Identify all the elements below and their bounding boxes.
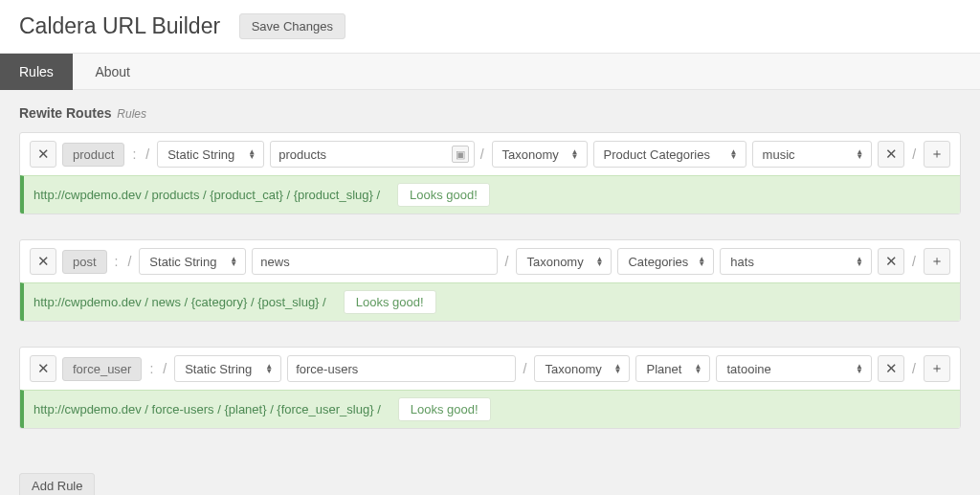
select-value: Static String	[185, 362, 252, 376]
updown-icon	[730, 149, 740, 159]
updown-icon	[694, 364, 703, 373]
page-title: Caldera URL Builder	[19, 13, 220, 39]
updown-icon	[613, 364, 623, 373]
plus-icon: ＋	[930, 360, 944, 377]
plus-icon: ＋	[930, 253, 944, 270]
preview-url: http://cwpdemo.dev / force-users / {plan…	[33, 402, 381, 416]
close-icon: ✕	[37, 146, 50, 163]
add-segment-button[interactable]: ＋	[924, 355, 950, 382]
add-segment-button[interactable]: ＋	[924, 141, 950, 168]
updown-icon	[265, 364, 275, 373]
segment-value-input[interactable]	[270, 141, 475, 168]
updown-icon	[856, 149, 865, 159]
status-badge: Looks good!	[398, 397, 491, 421]
separator-slash: /	[910, 254, 918, 269]
updown-icon	[571, 149, 581, 159]
preview-bar: http://cwpdemo.dev / force-users / {plan…	[20, 390, 960, 428]
close-icon: ✕	[885, 146, 898, 163]
section-subtitle: Rules	[117, 107, 146, 121]
remove-segment-button[interactable]: ✕	[878, 355, 904, 382]
segment-value-input[interactable]	[252, 248, 497, 275]
separator-slash: /	[125, 254, 133, 269]
close-icon: ✕	[37, 253, 50, 270]
select-value: music	[763, 147, 795, 162]
add-segment-button[interactable]: ＋	[924, 248, 950, 275]
rule-block: ✕ force_user : / Static String / Taxonom…	[19, 347, 961, 429]
preview-url: http://cwpdemo.dev / news / {category} /…	[33, 295, 326, 309]
segment-type-select[interactable]: Static String	[174, 355, 281, 382]
tab-about[interactable]: About	[76, 54, 149, 90]
remove-rule-button[interactable]: ✕	[30, 248, 56, 275]
taxonomy-select[interactable]: Product Categories	[593, 141, 746, 168]
separator-colon: :	[147, 361, 155, 376]
remove-rule-button[interactable]: ✕	[30, 141, 56, 168]
rule-row: ✕ post : / Static String / Taxonomy Cate…	[20, 240, 960, 282]
segment-type-select[interactable]: Taxonomy	[492, 141, 588, 168]
select-value: hats	[730, 255, 754, 269]
rule-tag: post	[62, 250, 107, 274]
segment-type-select[interactable]: Static String	[139, 248, 246, 275]
preview-url: http://cwpdemo.dev / products / {product…	[33, 188, 380, 202]
preview-bar: http://cwpdemo.dev / products / {product…	[20, 175, 960, 214]
rule-block: ✕ post : / Static String / Taxonomy Cate…	[19, 239, 961, 322]
select-value: Static String	[149, 255, 216, 269]
term-select[interactable]: hats	[720, 248, 872, 275]
updown-icon	[595, 257, 605, 266]
select-value: Taxonomy	[545, 362, 601, 376]
separator-slash: /	[503, 254, 511, 269]
select-value: Static String	[167, 147, 234, 162]
rule-block: ✕ product : / Static String ▣ / Taxonomy…	[19, 132, 961, 214]
close-icon: ✕	[37, 360, 50, 377]
separator-colon: :	[113, 254, 121, 269]
footer-actions: Add Rule	[0, 467, 980, 495]
contacts-icon[interactable]: ▣	[452, 146, 469, 163]
tab-rules[interactable]: Rules	[0, 54, 73, 90]
updown-icon	[248, 149, 257, 159]
section-title: Rewite Routes	[19, 105, 111, 121]
separator-slash: /	[910, 146, 918, 162]
updown-icon	[230, 257, 239, 266]
rule-tag: product	[62, 143, 124, 167]
status-badge: Looks good!	[344, 290, 436, 314]
close-icon: ✕	[885, 360, 898, 377]
separator-slash: /	[161, 361, 168, 376]
taxonomy-select[interactable]: Categories	[617, 248, 714, 275]
close-icon: ✕	[885, 253, 898, 270]
term-select[interactable]: tatooine	[716, 355, 872, 382]
taxonomy-select[interactable]: Planet	[635, 355, 710, 382]
plus-icon: ＋	[930, 146, 944, 163]
remove-segment-button[interactable]: ✕	[878, 248, 904, 275]
rule-row: ✕ product : / Static String ▣ / Taxonomy…	[20, 133, 960, 175]
remove-rule-button[interactable]: ✕	[30, 355, 56, 382]
separator-slash: /	[479, 146, 486, 162]
updown-icon	[856, 257, 865, 266]
select-value: Planet	[646, 362, 681, 376]
header: Caldera URL Builder Save Changes	[0, 0, 980, 54]
remove-segment-button[interactable]: ✕	[878, 141, 904, 168]
rule-row: ✕ force_user : / Static String / Taxonom…	[20, 348, 960, 390]
rule-tag: force_user	[62, 357, 142, 381]
preview-bar: http://cwpdemo.dev / news / {category} /…	[20, 282, 960, 321]
tabs: Rules About	[0, 54, 980, 90]
save-button[interactable]: Save Changes	[239, 13, 345, 39]
content: Rewite Routes Rules ✕ product : / Static…	[0, 90, 980, 467]
separator-slash: /	[522, 361, 529, 376]
add-rule-button[interactable]: Add Rule	[19, 473, 95, 495]
select-value: Product Categories	[604, 147, 710, 162]
segment-type-select[interactable]: Taxonomy	[516, 248, 612, 275]
separator-slash: /	[144, 146, 151, 162]
select-value: Taxonomy	[502, 147, 559, 162]
select-value: Categories	[628, 255, 688, 269]
select-value: Taxonomy	[526, 255, 583, 269]
updown-icon	[856, 364, 865, 373]
section-heading: Rewite Routes Rules	[19, 105, 961, 121]
select-value: tatooine	[726, 362, 770, 376]
segment-value-input[interactable]	[287, 355, 515, 382]
status-badge: Looks good!	[397, 183, 490, 207]
separator-colon: :	[130, 146, 138, 162]
segment-type-select[interactable]: Static String	[157, 141, 264, 168]
updown-icon	[698, 257, 707, 266]
separator-slash: /	[910, 361, 918, 376]
term-select[interactable]: music	[752, 141, 873, 168]
segment-type-select[interactable]: Taxonomy	[534, 355, 630, 382]
